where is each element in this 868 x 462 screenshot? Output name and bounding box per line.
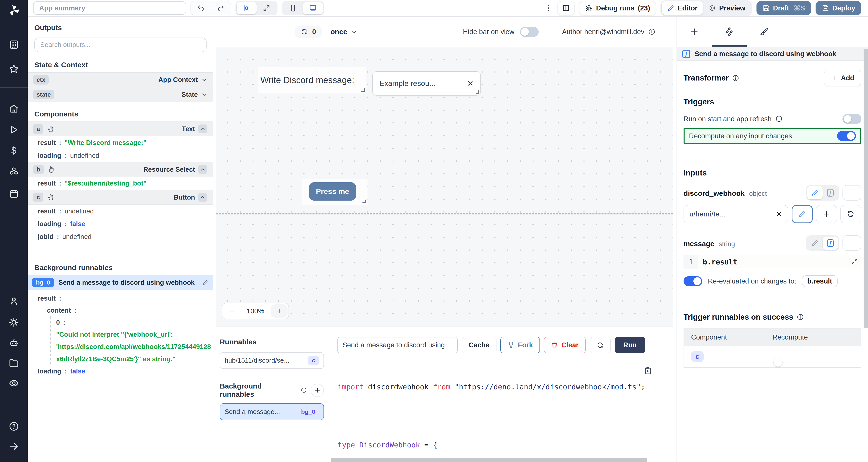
resource-select-value[interactable]: u/henri/te... bbox=[684, 205, 788, 223]
fork-button[interactable]: Fork bbox=[500, 337, 540, 353]
press-me-button[interactable]: Press me bbox=[309, 182, 355, 201]
run-button[interactable]: Run bbox=[615, 337, 646, 353]
code-content[interactable]: import discordwebhook from "https://deno… bbox=[331, 358, 677, 462]
expand-icon[interactable] bbox=[851, 258, 858, 265]
refresh-count-pill[interactable]: 0 bbox=[295, 26, 321, 38]
variables-dollar-icon[interactable] bbox=[9, 145, 19, 156]
prop-row: jobId:undefined bbox=[28, 231, 213, 243]
app-canvas[interactable]: Write Discord message: Example resou... … bbox=[216, 47, 673, 326]
runnable-name-input[interactable] bbox=[337, 337, 458, 353]
refresh-resource-button[interactable] bbox=[840, 205, 861, 223]
search-outputs-input[interactable] bbox=[34, 38, 207, 52]
bg-runnable-row[interactable]: bg_0 Send a message to discord using web… bbox=[28, 275, 213, 290]
info-icon[interactable] bbox=[301, 387, 307, 393]
help-icon[interactable] bbox=[9, 421, 19, 431]
mobile-view-button[interactable] bbox=[283, 2, 303, 14]
folders-icon[interactable] bbox=[9, 358, 19, 368]
runs-play-icon[interactable] bbox=[9, 125, 19, 135]
runnable-item[interactable]: hub/1511/discord/se... c bbox=[220, 352, 324, 369]
redo-button[interactable] bbox=[211, 1, 231, 15]
zoom-in-button[interactable]: + bbox=[271, 304, 287, 318]
undo-button[interactable] bbox=[191, 1, 211, 15]
workers-robot-icon[interactable] bbox=[9, 337, 19, 348]
resize-handle[interactable] bbox=[475, 90, 479, 94]
more-menu-icon[interactable] bbox=[544, 4, 553, 12]
run-on-start-toggle[interactable] bbox=[842, 114, 861, 124]
eval-f-mode[interactable]: f bbox=[823, 236, 838, 250]
add-transformer-button[interactable]: Add bbox=[824, 70, 861, 86]
reevaluate-dependency-chip[interactable]: b.result bbox=[802, 275, 838, 287]
resize-handle[interactable] bbox=[363, 200, 366, 203]
resize-handle[interactable] bbox=[361, 88, 365, 92]
center-layout-button[interactable] bbox=[237, 2, 256, 14]
resource-select-component[interactable]: Example resou... bbox=[372, 71, 481, 96]
hide-bar-toggle[interactable] bbox=[520, 27, 539, 37]
desktop-view-button[interactable] bbox=[303, 2, 323, 14]
edit-resource-button[interactable] bbox=[792, 205, 813, 223]
chevron-up-icon[interactable] bbox=[198, 165, 207, 174]
tab-insert-component[interactable] bbox=[677, 16, 712, 47]
chevron-up-icon[interactable] bbox=[198, 193, 207, 202]
horizontal-scrollbar[interactable] bbox=[331, 458, 671, 462]
output-row-ctx[interactable]: ctx App Context bbox=[28, 72, 213, 87]
connect-plug-button[interactable] bbox=[842, 235, 861, 251]
recompute-toggle[interactable] bbox=[837, 131, 856, 141]
reevaluate-toggle[interactable] bbox=[684, 276, 703, 286]
info-icon[interactable] bbox=[732, 74, 739, 82]
connect-plug-button[interactable] bbox=[842, 185, 861, 201]
components-diamonds-icon bbox=[724, 27, 734, 37]
tab-component-settings[interactable] bbox=[712, 16, 747, 47]
windmill-logo-icon[interactable] bbox=[7, 4, 21, 17]
chevron-down-icon[interactable] bbox=[201, 92, 207, 98]
docs-book-button[interactable] bbox=[557, 1, 575, 15]
schedules-calendar-icon[interactable] bbox=[9, 189, 19, 199]
component-row-c[interactable]: c Button bbox=[28, 190, 213, 205]
static-pencil-mode[interactable] bbox=[807, 186, 823, 199]
chevron-down-icon[interactable] bbox=[201, 77, 207, 83]
fullscreen-button[interactable] bbox=[256, 2, 277, 14]
message-expression-editor[interactable]: 1 b.result bbox=[684, 255, 861, 269]
favorites-star-icon[interactable] bbox=[9, 64, 19, 74]
text-component[interactable]: Write Discord message: bbox=[258, 67, 366, 93]
eval-f-mode[interactable]: f bbox=[823, 186, 838, 199]
refresh-icon bbox=[596, 341, 604, 349]
chevron-up-icon[interactable] bbox=[198, 125, 207, 133]
output-row-state[interactable]: state State bbox=[28, 87, 213, 102]
draft-button[interactable]: Draft ⌘S bbox=[756, 1, 811, 15]
edit-pencil-icon[interactable] bbox=[202, 279, 208, 286]
info-icon[interactable] bbox=[797, 314, 804, 321]
audit-eye-icon[interactable] bbox=[9, 378, 19, 388]
refresh-code-button[interactable] bbox=[590, 337, 611, 353]
app-summary-input[interactable] bbox=[33, 1, 186, 15]
zoom-out-button[interactable]: − bbox=[222, 303, 241, 319]
static-pencil-mode[interactable] bbox=[807, 236, 823, 250]
add-resource-button[interactable] bbox=[816, 205, 837, 223]
bg-runnable-item-selected[interactable]: Send a message... bg_0 bbox=[220, 403, 324, 420]
vertical-scrollbar[interactable] bbox=[864, 48, 868, 328]
hand-pointer-icon[interactable] bbox=[47, 125, 55, 133]
tab-styling[interactable] bbox=[747, 16, 782, 47]
clear-button[interactable]: Clear bbox=[544, 337, 586, 353]
workspace-icon[interactable] bbox=[9, 39, 19, 50]
hand-pointer-icon[interactable] bbox=[48, 166, 55, 173]
collapse-sidebar-arrow-icon[interactable] bbox=[9, 441, 19, 451]
info-icon[interactable] bbox=[775, 115, 783, 123]
users-person-icon[interactable] bbox=[9, 296, 19, 306]
add-background-runnable-button[interactable] bbox=[311, 384, 324, 397]
settings-gear-icon[interactable] bbox=[9, 317, 19, 328]
home-icon[interactable] bbox=[9, 103, 19, 114]
debug-runs-button[interactable]: Debug runs (23) bbox=[579, 1, 656, 15]
hand-pointer-icon[interactable] bbox=[47, 193, 55, 201]
frequency-dropdown[interactable]: once bbox=[331, 28, 357, 36]
resources-cubes-icon[interactable] bbox=[9, 166, 19, 177]
clear-x-icon[interactable] bbox=[775, 210, 782, 218]
tab-preview[interactable]: Preview bbox=[703, 1, 751, 15]
info-icon[interactable] bbox=[648, 28, 655, 35]
cache-button[interactable]: Cache bbox=[462, 337, 496, 353]
component-row-b[interactable]: b Resource Select bbox=[28, 162, 213, 177]
component-row-a[interactable]: a Text bbox=[28, 122, 213, 136]
copy-code-icon[interactable] bbox=[644, 367, 652, 375]
deploy-button[interactable]: Deploy bbox=[815, 1, 861, 15]
clear-x-icon[interactable] bbox=[467, 80, 474, 87]
tab-editor[interactable]: Editor bbox=[662, 1, 703, 15]
